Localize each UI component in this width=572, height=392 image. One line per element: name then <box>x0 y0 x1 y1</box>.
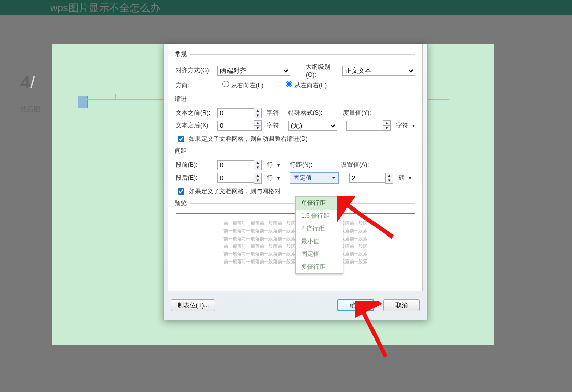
setvalue-label: 设置值(A): <box>341 161 369 169</box>
indent-after-label: 文本之后(X): <box>176 121 214 130</box>
section-indent-legend: 缩进 <box>175 95 190 103</box>
cancel-button[interactable]: 取消 <box>383 299 420 311</box>
step-sep: / <box>30 72 35 92</box>
spin-down-icon[interactable]: ▼ <box>386 178 393 183</box>
rtl-radio-label[interactable]: 从右向左(F) <box>217 81 263 90</box>
auto-adjust-checkbox[interactable] <box>178 136 184 142</box>
dropdown-option[interactable]: 1.5 倍行距 <box>296 210 343 222</box>
ltr-radio[interactable] <box>286 81 292 87</box>
dialog-button-bar: 制表位(T)... 确定 取消 <box>168 295 423 316</box>
outline-label: 大纲级别(O): <box>306 63 339 79</box>
section-general: 常规 对齐方式(G): 两端对齐 大纲级别(O): 正文文本 方向: 从右向左(… <box>176 50 415 92</box>
setvalue-spin[interactable]: ▲▼ <box>349 173 393 184</box>
spin-down-icon[interactable]: ▼ <box>254 178 261 183</box>
dialog-body: 常规 对齐方式(G): 两端对齐 大纲级别(O): 正文文本 方向: 从右向左(… <box>168 44 423 291</box>
metric-unit: 字符 <box>396 121 408 130</box>
indent-after-spin[interactable]: ▲▼ <box>217 120 262 131</box>
space-before-input[interactable] <box>217 160 254 170</box>
ruler-left <box>87 99 163 100</box>
align-label: 对齐方式(G): <box>176 66 214 75</box>
align-select[interactable]: 两端对齐 <box>217 66 290 76</box>
line-spacing-dropdown[interactable]: 单倍行距 1.5 倍行距 2 倍行距 最小值 固定值 多倍行距 <box>295 196 343 274</box>
special-select[interactable]: (无) <box>288 121 337 131</box>
metric-label: 度量值(Y): <box>343 109 371 117</box>
tabs-button[interactable]: 制表位(T)... <box>171 299 215 311</box>
special-label: 特殊格式(S): <box>288 109 322 117</box>
step-current: 4 <box>20 72 30 92</box>
chevron-down-icon[interactable]: ▾ <box>409 175 411 181</box>
line-spacing-label: 行距(N): <box>290 161 312 169</box>
document-icon <box>78 96 88 108</box>
space-after-unit: 行 <box>267 174 273 182</box>
side-caption: 然后图 <box>20 104 40 114</box>
spin-down-icon[interactable]: ▼ <box>254 165 261 170</box>
indent-before-input[interactable] <box>217 108 254 118</box>
snap-grid-checkbox[interactable] <box>178 188 184 195</box>
indent-before-spin[interactable]: ▲▼ <box>217 108 262 118</box>
spin-up-icon[interactable]: ▲ <box>254 173 261 178</box>
spin-down-icon[interactable]: ▼ <box>254 125 261 130</box>
dropdown-option[interactable]: 2 倍行距 <box>296 222 343 235</box>
paragraph-dialog: 常规 对齐方式(G): 两端对齐 大纲级别(O): 正文文本 方向: 从右向左(… <box>163 44 428 320</box>
outline-select[interactable]: 正文文本 <box>342 66 415 76</box>
indent-after-input[interactable] <box>217 121 254 131</box>
spin-up-icon[interactable]: ▲ <box>383 121 390 125</box>
spin-up-icon[interactable]: ▲ <box>254 160 261 165</box>
dropdown-option[interactable]: 多倍行距 <box>296 260 343 273</box>
auto-adjust-check[interactable]: 如果定义了文档网格，则自动调整右缩进(D) <box>176 134 415 144</box>
setvalue-input[interactable] <box>349 173 385 183</box>
spin-down-icon[interactable]: ▼ <box>254 113 261 118</box>
spin-down-icon[interactable]: ▼ <box>383 125 390 130</box>
ltr-radio-label[interactable]: 从左向右(L) <box>281 81 327 90</box>
metric-spin[interactable]: ▲▼ <box>346 120 391 131</box>
space-before-label: 段前(B): <box>176 161 214 169</box>
rtl-radio[interactable] <box>222 81 229 87</box>
chevron-down-icon[interactable]: ▾ <box>412 123 415 128</box>
space-after-input[interactable] <box>217 173 254 183</box>
section-preview-legend: 预览 <box>175 199 190 208</box>
step-indicator: 4/ <box>20 72 35 92</box>
space-before-unit: 行 <box>267 161 273 169</box>
indent-after-unit: 字符 <box>267 121 279 130</box>
ok-button[interactable]: 确定 <box>337 299 374 311</box>
spin-up-icon[interactable]: ▲ <box>386 173 393 178</box>
space-before-spin[interactable]: ▲▼ <box>217 160 262 170</box>
chevron-down-icon[interactable]: ▾ <box>277 175 280 181</box>
line-spacing-select[interactable]: 固定值 <box>290 172 339 184</box>
section-general-legend: 常规 <box>175 50 190 59</box>
chevron-down-icon[interactable]: ▾ <box>277 162 280 168</box>
dropdown-option[interactable]: 最小值 <box>296 235 343 248</box>
dropdown-option[interactable]: 单倍行距 <box>296 197 343 210</box>
space-after-spin[interactable]: ▲▼ <box>217 173 262 184</box>
chevron-down-icon <box>330 174 337 181</box>
indent-before-label: 文本之前(R): <box>176 109 214 117</box>
indent-before-unit: 字符 <box>267 109 279 117</box>
space-after-label: 段后(E): <box>176 174 214 182</box>
spin-up-icon[interactable]: ▲ <box>254 121 261 125</box>
section-indent: 缩进 文本之前(R): ▲▼ 字符 特殊格式(S): 度量值(Y): 文本之后(… <box>176 95 415 144</box>
section-spacing-legend: 间距 <box>175 147 190 155</box>
snap-grid-check[interactable]: 如果定义了文档网格，则与网格对 <box>176 187 415 196</box>
dropdown-option[interactable]: 固定值 <box>296 248 343 260</box>
metric-input[interactable] <box>346 121 383 131</box>
spin-up-icon[interactable]: ▲ <box>254 108 261 113</box>
direction-label: 方向: <box>176 81 214 90</box>
section-spacing: 间距 段前(B): ▲▼ 行 ▾ 行距(N): 设置值(A): 段后(E): <box>176 147 415 196</box>
setvalue-unit: 磅 <box>399 174 405 182</box>
